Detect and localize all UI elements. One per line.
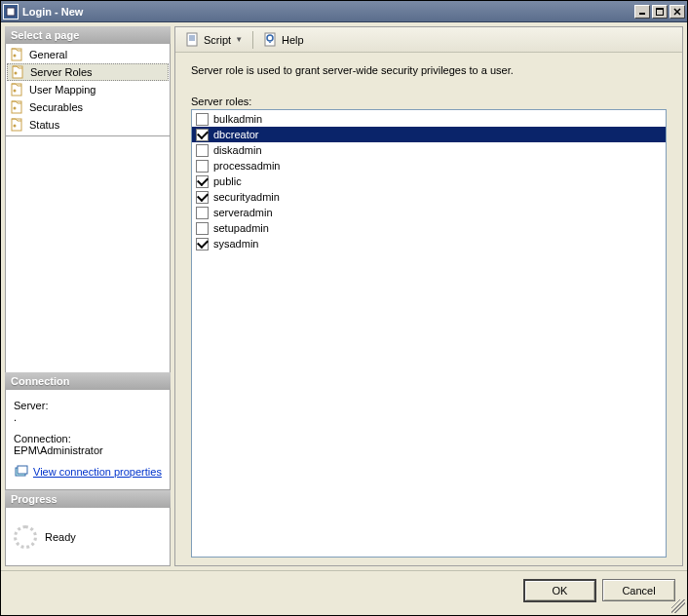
left-panel: Select a page GeneralServer RolesUser Ma… bbox=[5, 26, 171, 566]
select-page-header: Select a page bbox=[5, 26, 171, 44]
page-item-server-roles[interactable]: Server Roles bbox=[7, 63, 169, 81]
page-item-label: General bbox=[29, 49, 67, 60]
svg-rect-17 bbox=[18, 466, 27, 474]
connection-header: Connection bbox=[5, 372, 171, 390]
role-row-sysadmin[interactable]: sysadmin bbox=[192, 236, 666, 251]
progress-section: Ready bbox=[5, 508, 171, 566]
role-label: public bbox=[213, 175, 242, 187]
role-label: serveradmin bbox=[213, 207, 273, 218]
progress-header: Progress bbox=[5, 490, 171, 508]
role-checkbox[interactable] bbox=[196, 160, 209, 173]
left-spacer bbox=[5, 136, 171, 372]
connection-label: Connection: bbox=[14, 433, 162, 444]
role-row-bulkadmin[interactable]: bulkadmin bbox=[192, 111, 666, 127]
connection-section: Server: . Connection: EPM\Administrator … bbox=[5, 390, 171, 490]
script-dropdown-icon: ▼ bbox=[235, 35, 243, 44]
script-icon bbox=[185, 32, 201, 48]
page-item-user-mapping[interactable]: User Mapping bbox=[6, 81, 170, 98]
cancel-button[interactable]: Cancel bbox=[602, 579, 675, 601]
role-checkbox[interactable] bbox=[196, 129, 209, 141]
help-icon bbox=[263, 32, 279, 48]
svg-point-13 bbox=[14, 107, 17, 110]
page-icon bbox=[10, 99, 25, 115]
role-row-diskadmin[interactable]: diskadmin bbox=[192, 142, 666, 158]
role-checkbox[interactable] bbox=[196, 238, 209, 250]
page-item-label: Server Roles bbox=[30, 66, 93, 78]
role-label: diskadmin bbox=[213, 144, 262, 156]
page-icon bbox=[10, 117, 25, 133]
page-icon bbox=[10, 47, 25, 62]
server-roles-listbox[interactable]: bulkadmindbcreatordiskadminprocessadminp… bbox=[191, 109, 667, 558]
role-row-serveradmin[interactable]: serveradmin bbox=[192, 205, 666, 220]
help-label: Help bbox=[282, 34, 304, 46]
window-title: Login - New bbox=[22, 6, 634, 18]
page-item-label: User Mapping bbox=[29, 84, 96, 96]
server-value: . bbox=[14, 411, 162, 423]
toolbar: Script ▼ Help bbox=[175, 27, 682, 53]
description-text: Server role is used to grant server-wide… bbox=[191, 64, 667, 76]
progress-ring-icon bbox=[14, 525, 37, 549]
svg-rect-0 bbox=[7, 8, 15, 16]
page-item-status[interactable]: Status bbox=[6, 116, 170, 134]
page-list: GeneralServer RolesUser MappingSecurable… bbox=[5, 44, 171, 136]
role-checkbox[interactable] bbox=[196, 144, 209, 157]
role-row-public[interactable]: public bbox=[192, 173, 666, 189]
role-checkbox[interactable] bbox=[196, 191, 209, 204]
minimize-button[interactable] bbox=[634, 5, 650, 19]
script-label: Script bbox=[204, 34, 231, 46]
svg-point-15 bbox=[14, 125, 17, 128]
svg-point-9 bbox=[15, 72, 18, 75]
page-item-securables[interactable]: Securables bbox=[6, 98, 170, 116]
toolbar-separator bbox=[252, 31, 253, 49]
progress-status: Ready bbox=[45, 531, 76, 543]
role-row-securityadmin[interactable]: securityadmin bbox=[192, 189, 666, 205]
page-icon bbox=[11, 64, 26, 80]
role-label: securityadmin bbox=[213, 191, 280, 203]
role-checkbox[interactable] bbox=[196, 207, 209, 219]
ok-button[interactable]: OK bbox=[523, 579, 596, 602]
page-item-label: Securables bbox=[29, 101, 83, 113]
right-panel: Script ▼ Help Server role is used to gra… bbox=[174, 26, 683, 566]
button-bar: OK Cancel bbox=[1, 570, 687, 609]
view-connection-properties-link[interactable]: View connection properties bbox=[33, 466, 162, 478]
close-button[interactable] bbox=[669, 5, 685, 19]
svg-point-11 bbox=[14, 90, 17, 93]
page-icon bbox=[10, 82, 25, 97]
role-checkbox[interactable] bbox=[196, 113, 209, 126]
connection-properties-icon bbox=[14, 464, 29, 480]
svg-point-7 bbox=[14, 55, 17, 58]
role-label: setupadmin bbox=[213, 222, 269, 234]
content-area: Select a page GeneralServer RolesUser Ma… bbox=[1, 22, 687, 570]
role-row-setupadmin[interactable]: setupadmin bbox=[192, 220, 666, 236]
connection-value: EPM\Administrator bbox=[14, 444, 162, 456]
script-button[interactable]: Script ▼ bbox=[181, 30, 247, 50]
role-label: processadmin bbox=[213, 160, 280, 172]
role-row-processadmin[interactable]: processadmin bbox=[192, 158, 666, 173]
resize-grip[interactable] bbox=[671, 599, 685, 613]
role-label: bulkadmin bbox=[213, 113, 262, 125]
page-item-general[interactable]: General bbox=[6, 46, 170, 63]
title-bar: Login - New bbox=[1, 1, 687, 22]
app-icon bbox=[3, 4, 19, 19]
role-checkbox[interactable] bbox=[196, 222, 209, 235]
role-label: dbcreator bbox=[213, 129, 258, 140]
page-item-label: Status bbox=[29, 119, 59, 131]
server-roles-label: Server roles: bbox=[191, 96, 667, 107]
role-label: sysadmin bbox=[213, 238, 258, 250]
help-button[interactable]: Help bbox=[259, 30, 308, 50]
right-body: Server role is used to grant server-wide… bbox=[175, 53, 682, 565]
maximize-button[interactable] bbox=[652, 5, 668, 19]
role-row-dbcreator[interactable]: dbcreator bbox=[192, 127, 666, 142]
server-label: Server: bbox=[14, 400, 162, 411]
window-controls bbox=[634, 5, 685, 19]
role-checkbox[interactable] bbox=[196, 175, 209, 188]
